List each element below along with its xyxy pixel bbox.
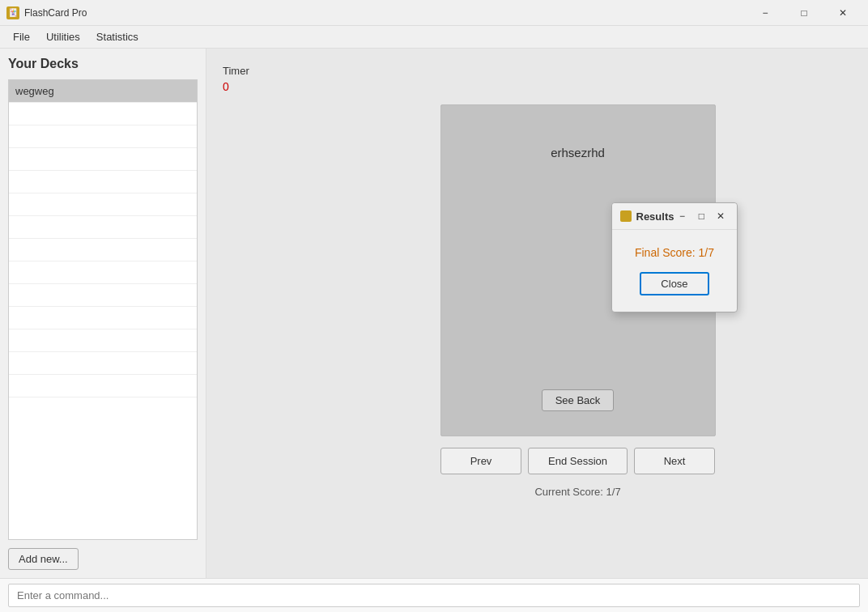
menu-bar: File Utilities Statistics (0, 26, 868, 49)
menu-utilities[interactable]: Utilities (38, 28, 88, 46)
app-title: FlashCard Pro (24, 7, 87, 19)
prev-button[interactable]: Prev (440, 448, 521, 474)
deck-item-empty-1 (9, 103, 197, 125)
deck-item-empty-9 (9, 284, 197, 307)
minimize-button[interactable]: − (747, 2, 784, 24)
timer-value: 0 (223, 80, 229, 93)
deck-item-empty-7 (9, 239, 197, 261)
modal-content: Final Score: 1/7 Close (612, 230, 738, 312)
modal-titlebar-left: Results (620, 210, 674, 223)
flashcard: erhsezrhd See Back Results − □ ✕ (440, 104, 716, 436)
title-bar-left: 🃏 FlashCard Pro (6, 6, 87, 19)
window-controls: − □ ✕ (747, 2, 862, 24)
next-button[interactable]: Next (634, 448, 715, 474)
results-modal: Results − □ ✕ Final Score: 1/7 Close (611, 202, 738, 312)
deck-item-empty-12 (9, 352, 197, 375)
sidebar: Your Decks wegweg Add new... (0, 49, 206, 578)
modal-app-icon (620, 210, 632, 222)
main-layout: Your Decks wegweg Add new... Timer 0 (0, 49, 868, 578)
deck-item-empty-5 (9, 193, 197, 216)
end-session-button[interactable]: End Session (528, 448, 628, 474)
deck-item-wegweg[interactable]: wegweg (9, 80, 197, 103)
modal-titlebar: Results − □ ✕ (612, 203, 738, 230)
title-bar: 🃏 FlashCard Pro − □ ✕ (0, 0, 868, 26)
deck-item-empty-4 (9, 171, 197, 193)
modal-title: Results (636, 210, 674, 223)
menu-statistics[interactable]: Statistics (88, 28, 147, 46)
deck-item-empty-11 (9, 329, 197, 352)
timer-section: Timer 0 (223, 65, 852, 93)
modal-close-action-button[interactable]: Close (640, 272, 708, 295)
deck-list[interactable]: wegweg (8, 79, 198, 540)
menu-file[interactable]: File (5, 28, 38, 46)
deck-item-empty-2 (9, 125, 197, 148)
deck-item-empty-6 (9, 216, 197, 239)
sidebar-title: Your Decks (8, 57, 198, 71)
app-icon: 🃏 (6, 6, 19, 19)
content-area: Timer 0 erhsezrhd See Back Results − (206, 49, 868, 578)
deck-item-empty-13 (9, 375, 197, 397)
nav-buttons: Prev End Session Next (304, 448, 852, 474)
modal-close-button[interactable]: ✕ (713, 208, 729, 224)
close-button[interactable]: ✕ (824, 2, 862, 24)
command-bar (0, 578, 868, 612)
command-input[interactable] (8, 584, 860, 607)
modal-controls: − □ ✕ (674, 208, 729, 224)
deck-item-empty-3 (9, 148, 197, 171)
modal-overlay: Results − □ ✕ Final Score: 1/7 Close (441, 105, 715, 436)
deck-item-empty-10 (9, 307, 197, 329)
modal-maximize-button[interactable]: □ (693, 208, 709, 224)
final-score-text: Final Score: 1/7 (635, 246, 714, 259)
add-new-button[interactable]: Add new... (8, 548, 79, 570)
current-score: Current Score: 1/7 (304, 486, 852, 498)
modal-minimize-button[interactable]: − (674, 208, 690, 224)
timer-label: Timer (223, 65, 249, 77)
deck-item-empty-8 (9, 261, 197, 284)
maximize-button[interactable]: □ (785, 2, 823, 24)
